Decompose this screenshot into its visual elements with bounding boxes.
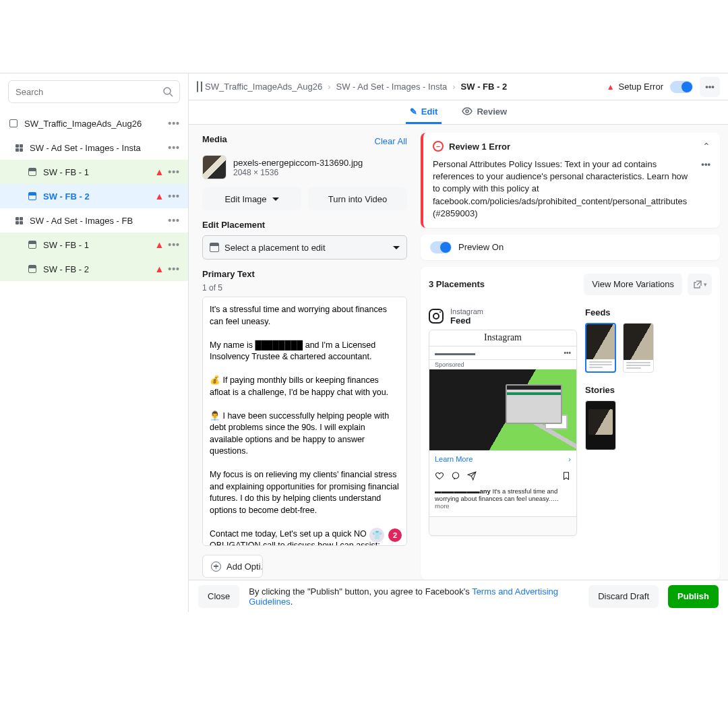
instagram-icon bbox=[429, 309, 444, 324]
caption-more[interactable]: more bbox=[435, 502, 450, 510]
warning-icon: ▲ bbox=[154, 191, 164, 202]
chevron-right-icon: › bbox=[328, 82, 330, 92]
preview-image bbox=[429, 369, 576, 450]
error-more-icon[interactable]: ••• bbox=[701, 158, 710, 171]
row-more-icon[interactable]: ••• bbox=[168, 239, 180, 250]
pencil-icon: ✎ bbox=[410, 107, 417, 117]
search-icon bbox=[162, 86, 173, 97]
panel-toggle-icon[interactable] bbox=[197, 82, 198, 92]
feed-variation-2[interactable] bbox=[623, 323, 654, 373]
preview-toggle-label: Preview On bbox=[458, 242, 504, 252]
tree-label: SW_Traffic_ImageAds_Aug26 bbox=[24, 119, 168, 129]
tree-label: SW - FB - 2 bbox=[43, 264, 154, 274]
svg-point-0 bbox=[164, 88, 171, 94]
tree-label: SW - FB - 2 bbox=[43, 191, 154, 202]
tab-edit[interactable]: ✎ Edit bbox=[406, 100, 442, 124]
feeds-heading: Feeds bbox=[585, 307, 712, 317]
media-filename: pexels-energepiccom-313690.jpg bbox=[233, 158, 363, 168]
tree-ad-2-selected[interactable]: SW - FB - 2 ▲ ••• bbox=[0, 184, 188, 208]
discard-draft-button[interactable]: Discard Draft bbox=[588, 585, 659, 608]
placement-icon bbox=[210, 243, 219, 252]
tree-label: SW - Ad Set - Images - Insta bbox=[30, 143, 168, 153]
comment-icon bbox=[451, 471, 460, 481]
preview-phone-frame: Instagram ▬▬▬▬▬▬ ••• Sponsored Learn Mor… bbox=[429, 330, 577, 536]
primary-text-input[interactable] bbox=[202, 297, 407, 546]
breadcrumb-item[interactable]: SW - Ad Set - Images - Insta bbox=[336, 82, 448, 92]
preview-cta[interactable]: Learn More › bbox=[429, 450, 576, 467]
feed-variation-1[interactable] bbox=[585, 323, 616, 373]
chevron-right-icon: › bbox=[568, 455, 571, 463]
error-icon: – bbox=[433, 141, 444, 152]
post-more-icon: ••• bbox=[564, 349, 571, 357]
adset-icon bbox=[13, 142, 24, 153]
breadcrumb-current: SW - FB - 2 bbox=[461, 82, 508, 92]
publish-disclaimer: By clicking the "Publish" button, you ag… bbox=[249, 586, 579, 607]
row-more-icon[interactable]: ••• bbox=[168, 215, 180, 226]
grammar-check-icon[interactable]: 👕 bbox=[369, 528, 384, 543]
row-more-icon[interactable]: ••• bbox=[168, 191, 180, 202]
edit-image-dropdown[interactable]: Edit Image bbox=[202, 187, 301, 210]
close-button[interactable]: Close bbox=[198, 585, 239, 608]
media-thumbnail[interactable] bbox=[202, 155, 226, 179]
view-more-variations-button[interactable]: View More Variations bbox=[584, 274, 682, 295]
preview-toggle[interactable] bbox=[430, 241, 452, 253]
media-heading: Media bbox=[202, 134, 227, 144]
placements-count: 3 Placements bbox=[429, 279, 578, 289]
sponsored-label: Sponsored bbox=[429, 360, 576, 369]
ad-icon bbox=[27, 166, 38, 177]
clear-all-link[interactable]: Clear All bbox=[375, 136, 407, 146]
search-input[interactable] bbox=[8, 80, 180, 103]
publish-button[interactable]: Publish bbox=[668, 585, 719, 608]
tree-label: SW - FB - 1 bbox=[43, 240, 154, 250]
tab-review[interactable]: Review bbox=[458, 100, 511, 124]
tree-campaign[interactable]: SW_Traffic_ImageAds_Aug26 ••• bbox=[0, 111, 188, 135]
heart-icon bbox=[435, 471, 444, 481]
adset-icon bbox=[13, 215, 24, 226]
ad-status-toggle[interactable] bbox=[670, 81, 693, 93]
primary-text-counter: 1 of 5 bbox=[202, 283, 407, 293]
warning-icon: ▲ bbox=[154, 239, 164, 250]
error-body: Personal Attributes Policy Issues: Text … bbox=[433, 159, 688, 218]
tree-ad-4[interactable]: SW - FB - 2 ▲ ••• bbox=[0, 257, 188, 281]
chevron-up-icon[interactable]: ⌃ bbox=[702, 141, 710, 152]
svg-point-2 bbox=[466, 110, 468, 113]
caret-down-icon bbox=[272, 198, 279, 204]
caret-down-icon bbox=[393, 246, 400, 253]
topbar-more-button[interactable]: ••• bbox=[700, 77, 720, 97]
row-more-icon[interactable]: ••• bbox=[168, 166, 180, 177]
tree-adset-2[interactable]: SW - Ad Set - Images - FB ••• bbox=[0, 208, 188, 233]
row-more-icon[interactable]: ••• bbox=[168, 142, 180, 153]
tree-label: SW - Ad Set - Images - FB bbox=[30, 216, 168, 226]
ad-icon bbox=[27, 239, 38, 250]
tree-ad-1[interactable]: SW - FB - 1 ▲ ••• bbox=[0, 160, 188, 184]
bookmark-icon bbox=[562, 471, 571, 481]
ad-icon bbox=[27, 191, 38, 202]
chevron-right-icon: › bbox=[452, 82, 455, 92]
folder-icon bbox=[8, 118, 19, 129]
add-option-button[interactable]: Add Opti… bbox=[202, 555, 263, 578]
instagram-logo-text: Instagram bbox=[429, 330, 576, 346]
row-more-icon[interactable]: ••• bbox=[168, 264, 180, 274]
open-preview-dropdown[interactable]: ▾ bbox=[688, 274, 712, 295]
search-field[interactable] bbox=[8, 80, 180, 103]
placement-select[interactable]: Select a placement to edit bbox=[202, 235, 407, 260]
tree-adset-1[interactable]: SW - Ad Set - Images - Insta ••• bbox=[0, 135, 188, 160]
eye-icon bbox=[462, 107, 473, 115]
plus-circle-icon bbox=[211, 562, 221, 572]
preview-type: Feed bbox=[450, 315, 483, 326]
story-variation-1[interactable] bbox=[585, 400, 616, 450]
tree-label: SW - FB - 1 bbox=[43, 167, 154, 177]
tree-ad-3[interactable]: SW - FB - 1 ▲ ••• bbox=[0, 233, 188, 257]
ad-icon bbox=[27, 264, 38, 274]
warning-icon: ▲ bbox=[607, 82, 615, 92]
row-more-icon[interactable]: ••• bbox=[168, 118, 180, 129]
breadcrumb-item[interactable]: SW_Traffic_ImageAds_Aug26 bbox=[205, 82, 322, 92]
breadcrumb: SW_Traffic_ImageAds_Aug26 › SW - Ad Set … bbox=[205, 82, 600, 92]
warning-icon: ▲ bbox=[154, 264, 164, 274]
turn-into-video-button[interactable]: Turn into Video bbox=[308, 187, 407, 210]
primary-text-heading: Primary Text bbox=[202, 269, 407, 279]
svg-line-1 bbox=[170, 94, 173, 96]
edit-placement-heading: Edit Placement bbox=[202, 220, 407, 230]
media-dimensions: 2048 × 1536 bbox=[233, 168, 363, 177]
svg-point-3 bbox=[452, 473, 458, 479]
